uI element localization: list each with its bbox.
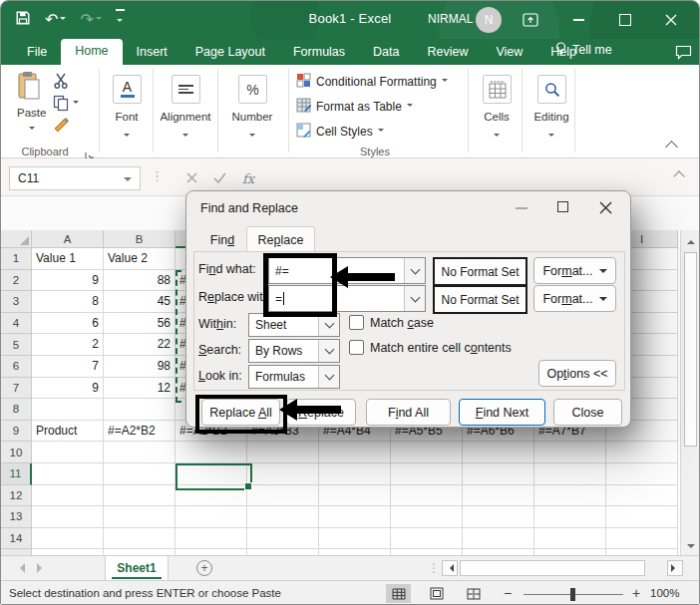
row-header-10[interactable]: 10 (1, 442, 32, 463)
grid-cell-A5[interactable]: 2 (32, 334, 104, 356)
row-header-3[interactable]: 3 (1, 291, 32, 313)
scroll-up-icon[interactable] (687, 236, 695, 244)
row-header-2[interactable]: 2 (1, 270, 32, 292)
cell-styles-button[interactable]: Cell Styles (296, 123, 448, 141)
chevron-down-icon[interactable] (404, 286, 425, 311)
dialog-close-icon[interactable] (599, 200, 612, 218)
grid-cell-D12[interactable] (247, 485, 319, 507)
grid-cell-A11[interactable] (32, 463, 104, 485)
grid-cell-G12[interactable] (463, 485, 534, 507)
menu-tab-insert[interactable]: Insert (123, 40, 181, 65)
options-button[interactable]: Options << (538, 360, 616, 387)
copy-button[interactable] (53, 95, 79, 112)
grid-cell-G11[interactable] (463, 463, 534, 485)
column-header-A[interactable]: A (32, 230, 104, 248)
tell-me[interactable]: Tell me (555, 42, 612, 57)
grid-cell-B5[interactable]: 22 (104, 334, 175, 356)
menu-tab-page-layout[interactable]: Page Layout (181, 40, 279, 65)
minimize-button[interactable] (569, 12, 587, 28)
grid-cell-H12[interactable] (534, 485, 606, 507)
tab-find[interactable]: Find (198, 229, 246, 251)
vertical-scrollbar-thumb[interactable] (684, 252, 697, 447)
tab-replace[interactable]: Replace (246, 226, 315, 252)
grid-cell-A4[interactable]: 6 (32, 313, 104, 335)
avatar[interactable]: N (476, 7, 502, 33)
chevron-down-icon[interactable] (318, 314, 339, 336)
dialog-maximize-icon[interactable] (557, 201, 568, 212)
row-header-8[interactable]: 8 (1, 399, 32, 421)
chevron-down-icon[interactable] (124, 177, 132, 185)
column-header-B[interactable]: B (104, 230, 175, 248)
grid-cell-B12[interactable] (104, 485, 175, 507)
grid-cell-B6[interactable]: 98 (104, 356, 175, 378)
grid-cell-F13[interactable] (391, 506, 463, 528)
zoom-in-button[interactable]: + (632, 585, 640, 601)
grid-cell-D13[interactable] (247, 506, 319, 528)
scroll-down-icon[interactable] (687, 540, 695, 552)
chevron-down-icon[interactable] (182, 134, 188, 140)
font-group-button[interactable]: A (113, 75, 142, 104)
grid-cell-G10[interactable] (463, 442, 534, 463)
grid-cell-I14[interactable] (606, 528, 678, 550)
menu-tab-home[interactable]: Home (61, 39, 122, 65)
close-button-dialog[interactable]: Close (553, 399, 622, 426)
row-header-5[interactable]: 5 (1, 334, 32, 356)
row-header-4[interactable]: 4 (1, 313, 32, 335)
grid-cell-A14[interactable] (32, 528, 104, 550)
active-cell-selection[interactable] (175, 463, 252, 490)
cut-icon[interactable] (53, 73, 71, 93)
grid-cell-A8[interactable] (32, 399, 104, 421)
grid-cell-A2[interactable]: 9 (32, 270, 104, 292)
horizontal-scrollbar[interactable] (460, 560, 645, 576)
chevron-down-icon[interactable] (378, 129, 384, 135)
format-painter-icon[interactable] (53, 117, 71, 139)
grid-cell-A9[interactable]: Product (32, 421, 104, 443)
user-name[interactable]: NIRMAL (428, 12, 473, 26)
row-header-7[interactable]: 7 (1, 378, 32, 400)
collapse-ribbon-icon[interactable] (667, 143, 676, 151)
row-header-12[interactable]: 12 (1, 485, 32, 507)
fill-handle[interactable] (244, 482, 252, 490)
find-all-button[interactable]: Find All (366, 399, 451, 426)
grid-cell-E12[interactable] (319, 485, 391, 507)
hscroll-left-icon[interactable] (442, 560, 458, 576)
ribbon-display-options-icon[interactable] (522, 12, 539, 28)
maximize-button[interactable] (616, 12, 634, 28)
menu-tab-formulas[interactable]: Formulas (279, 40, 359, 65)
hscroll-right-icon[interactable] (667, 560, 683, 576)
grid-cell-I13[interactable] (606, 506, 678, 528)
chevron-down-icon[interactable] (73, 101, 79, 107)
zoom-out-button[interactable]: − (504, 585, 512, 601)
grid-cell-C13[interactable] (175, 506, 247, 528)
grid-cell-D11[interactable] (247, 463, 319, 485)
grid-cell-H13[interactable] (534, 506, 606, 528)
close-button[interactable] (662, 12, 680, 28)
grid-cell-E10[interactable] (319, 442, 391, 463)
chevron-down-icon[interactable] (494, 134, 500, 140)
grid-cell-B1[interactable]: Value 2 (104, 248, 175, 270)
grid-cell-G13[interactable] (463, 506, 534, 528)
sheet-tab-sheet1[interactable]: Sheet1 (105, 556, 169, 580)
menu-tab-file[interactable]: File (13, 40, 61, 65)
grid-cell-H10[interactable] (534, 442, 606, 463)
paste-button[interactable]: Paste (17, 71, 46, 137)
grid-cell-E13[interactable] (319, 506, 391, 528)
grid-cell-I12[interactable] (606, 485, 678, 507)
match-entire-cell-checkbox[interactable] (349, 340, 364, 355)
grid-cell-G14[interactable] (463, 528, 534, 550)
grid-cell-A1[interactable]: Value 1 (32, 248, 104, 270)
search-dropdown[interactable]: By Rows (248, 339, 340, 363)
menu-tab-view[interactable]: View (482, 40, 536, 65)
chevron-down-icon[interactable] (404, 258, 425, 283)
replace-format-button[interactable]: Format... (533, 285, 616, 312)
grid-cell-I10[interactable] (606, 442, 678, 463)
separator-dots[interactable]: ⋮ (428, 561, 440, 575)
alignment-group-button[interactable] (172, 75, 200, 104)
grid-cell-E14[interactable] (319, 528, 391, 550)
chevron-down-icon[interactable] (29, 127, 35, 133)
row-header-14[interactable]: 14 (1, 528, 32, 550)
grid-cell-B10[interactable] (104, 442, 175, 463)
grid-cell-A12[interactable] (32, 485, 104, 507)
conditional-formatting-button[interactable]: Conditional Formatting (296, 73, 448, 91)
grid-cell-B8[interactable] (104, 399, 175, 421)
